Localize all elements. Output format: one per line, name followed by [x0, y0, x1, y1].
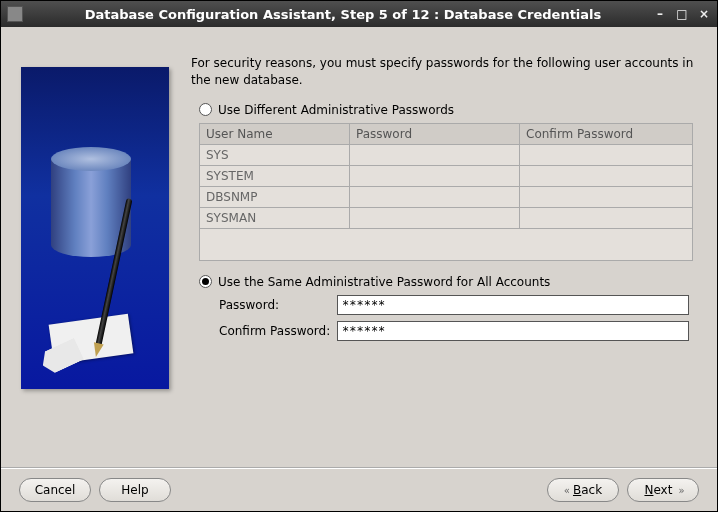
back-label-rest: ack [581, 483, 602, 497]
back-button[interactable]: « Back [547, 478, 619, 502]
table-row: SYS [200, 144, 693, 165]
col-password: Password [350, 123, 520, 144]
help-button[interactable]: Help [99, 478, 171, 502]
minimize-button[interactable]: – [653, 7, 667, 21]
wizard-decorative-image [21, 67, 169, 389]
col-username: User Name [200, 123, 350, 144]
chevron-left-icon: « [564, 485, 567, 496]
table-row: SYSMAN [200, 207, 693, 228]
cancel-button[interactable]: Cancel [19, 478, 91, 502]
close-button[interactable]: × [697, 7, 711, 21]
table-row-empty [200, 228, 693, 260]
next-label-rest: ext [653, 483, 672, 497]
confirm-password-label: Confirm Password: [219, 324, 337, 338]
radio-different-passwords[interactable] [199, 103, 212, 116]
window-title: Database Configuration Assistant, Step 5… [33, 7, 653, 22]
wizard-sidebar [1, 27, 181, 467]
wizard-footer: Cancel Help « Back Next » [1, 467, 717, 511]
intro-text: For security reasons, you must specify p… [191, 55, 697, 89]
radio-same-password[interactable] [199, 275, 212, 288]
radio-same-label: Use the Same Administrative Password for… [218, 275, 550, 289]
radio-different-label: Use Different Administrative Passwords [218, 103, 454, 117]
titlebar: Database Configuration Assistant, Step 5… [1, 1, 717, 27]
table-row: SYSTEM [200, 165, 693, 186]
credentials-table: User Name Password Confirm Password SYS … [199, 123, 693, 261]
next-button[interactable]: Next » [627, 478, 699, 502]
app-icon [7, 6, 23, 22]
password-label: Password: [219, 298, 337, 312]
confirm-password-input[interactable] [337, 321, 689, 341]
col-confirm: Confirm Password [520, 123, 693, 144]
maximize-button[interactable]: □ [675, 7, 689, 21]
wizard-content: For security reasons, you must specify p… [181, 27, 717, 467]
password-input[interactable] [337, 295, 689, 315]
table-row: DBSNMP [200, 186, 693, 207]
chevron-right-icon: » [678, 485, 681, 496]
